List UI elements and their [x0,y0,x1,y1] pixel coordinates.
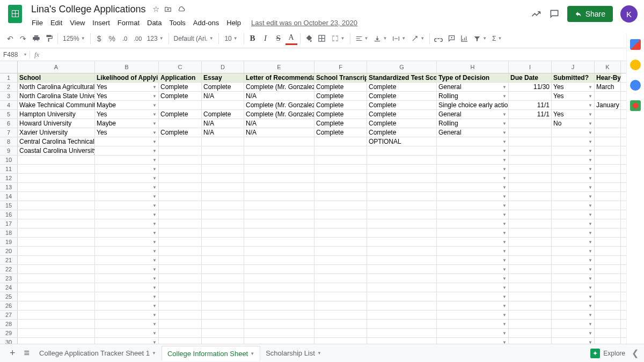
comment-button[interactable] [445,32,457,45]
cell[interactable] [595,183,621,191]
cell[interactable]: Yes▼ [552,110,595,119]
row-header[interactable]: 10 [0,156,18,164]
cell[interactable]: ▼ [552,128,595,137]
dropdown-arrow-icon[interactable]: ▼ [588,294,592,299]
cell[interactable]: Wake Technical Community College [18,101,95,109]
cell[interactable]: Coastal Carolina University [18,146,95,155]
cell[interactable]: ▼ [437,247,509,255]
cell[interactable] [202,101,244,109]
cell[interactable]: ▼ [552,292,595,301]
row-header[interactable]: 19 [0,238,18,246]
cell[interactable] [244,228,314,237]
cell[interactable]: ▼ [437,283,509,292]
row-header[interactable]: 14 [0,192,18,201]
cell[interactable]: ▼ [95,137,159,146]
dropdown-arrow-icon[interactable]: ▼ [502,258,507,263]
cell[interactable] [314,165,367,173]
cell[interactable] [595,192,621,201]
cell[interactable] [509,256,552,264]
bold-button[interactable]: B [247,32,259,45]
dropdown-arrow-icon[interactable]: ▼ [502,313,507,317]
cell[interactable] [367,146,437,155]
menu-view[interactable]: View [66,18,89,28]
name-box[interactable]: F488▾ [0,51,30,58]
menu-add-ons[interactable]: Add-ons [189,18,223,28]
dropdown-arrow-icon[interactable]: ▼ [152,258,157,263]
row-header[interactable]: 5 [0,110,18,119]
dropdown-arrow-icon[interactable]: ▼ [502,322,507,327]
cell[interactable]: Central Carolina Technical College [18,137,95,146]
menu-insert[interactable]: Insert [89,18,114,28]
cell[interactable] [159,146,202,155]
cell[interactable] [314,219,367,228]
cell[interactable] [159,137,202,146]
cell[interactable] [18,320,95,328]
cell[interactable]: N/A [244,119,314,128]
row-header[interactable]: 18 [0,228,18,237]
dropdown-arrow-icon[interactable]: ▼ [588,194,592,199]
share-button[interactable]: Share [567,6,613,22]
cell[interactable]: ▼ [95,329,159,337]
cell[interactable]: March [595,83,621,91]
tab-menu-icon[interactable]: ▼ [152,351,156,356]
dropdown-arrow-icon[interactable]: ▼ [502,221,507,226]
dropdown-arrow-icon[interactable]: ▼ [588,267,592,272]
cell[interactable] [18,210,95,219]
cell[interactable] [367,256,437,264]
cell[interactable]: N/A [202,92,244,100]
row-header[interactable]: 9 [0,146,18,155]
cell[interactable] [509,201,552,210]
cell[interactable] [314,201,367,210]
dropdown-arrow-icon[interactable]: ▼ [152,212,157,217]
cell[interactable]: ▼ [552,192,595,201]
cell[interactable]: ▼ [437,219,509,228]
font-select[interactable]: Default (Ari...▼ [172,32,216,45]
cell[interactable] [595,110,621,119]
cell[interactable] [159,119,202,128]
cell[interactable]: Complete [314,119,367,128]
cell[interactable] [202,146,244,155]
cell[interactable] [244,256,314,264]
cell[interactable] [314,274,367,283]
cell[interactable]: ▼ [437,274,509,283]
cell[interactable]: ▼ [95,183,159,191]
cell[interactable] [509,192,552,201]
cell[interactable]: ▼ [552,146,595,155]
cell[interactable]: Complete (Mr. Gonzalez) [244,101,314,109]
dropdown-arrow-icon[interactable]: ▼ [502,139,507,144]
tab-menu-icon[interactable]: ▼ [250,351,254,356]
cell[interactable] [367,274,437,283]
select-all-corner[interactable] [0,61,18,73]
cell[interactable]: General▼ [437,110,509,119]
cell[interactable]: Application [159,73,202,82]
cell[interactable] [159,320,202,328]
cell[interactable] [202,228,244,237]
cell[interactable]: 11/30 [509,83,552,91]
cell[interactable]: ▼ [552,329,595,337]
row-header[interactable]: 8 [0,137,18,146]
dropdown-arrow-icon[interactable]: ▼ [588,112,592,117]
column-header-J[interactable]: J [552,61,595,73]
cell[interactable] [159,265,202,274]
cell[interactable] [367,228,437,237]
cell[interactable] [244,265,314,274]
cell[interactable] [18,274,95,283]
cell[interactable]: Complete (Mr. Gonzalez) [244,83,314,91]
cell[interactable]: Complete (Mr. Gonzalez) [244,110,314,119]
row-header[interactable]: 4 [0,101,18,109]
cell[interactable]: ▼ [95,320,159,328]
cell[interactable]: ▼ [437,256,509,264]
dropdown-arrow-icon[interactable]: ▼ [588,130,592,135]
cell[interactable] [509,183,552,191]
paint-format-button[interactable] [43,32,55,45]
menu-data[interactable]: Data [143,18,165,28]
cell[interactable] [159,156,202,164]
cell[interactable] [244,320,314,328]
dropdown-arrow-icon[interactable]: ▼ [588,258,592,263]
dropdown-arrow-icon[interactable]: ▼ [588,322,592,327]
tab-menu-icon[interactable]: ▼ [317,351,321,356]
cell[interactable] [18,311,95,319]
cell[interactable]: ▼ [437,165,509,173]
cell[interactable] [18,192,95,201]
cell[interactable] [202,256,244,264]
